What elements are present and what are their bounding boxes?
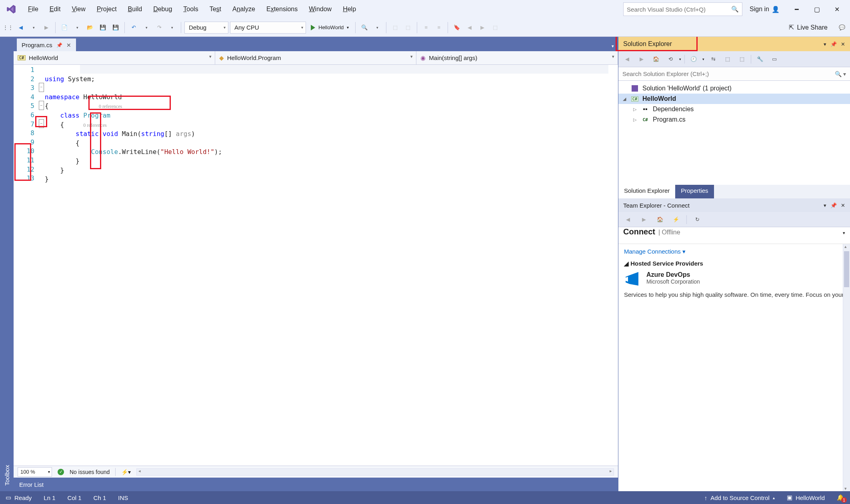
find-drop[interactable]: ▾ (372, 22, 383, 33)
tree-solution-node[interactable]: Solution 'HelloWorld' (1 project) (618, 83, 850, 94)
se-forward-button[interactable]: ▶ (636, 54, 647, 65)
se-properties-button[interactable]: 🔧 (754, 54, 766, 65)
te-plug-icon[interactable]: ⚡ (670, 214, 682, 225)
nav-member-combo[interactable]: ◉ Main(string[] args) (416, 51, 618, 64)
nav-back-button[interactable]: ◀ (15, 22, 26, 33)
menu-debug[interactable]: Debug (148, 3, 178, 15)
te-home-button[interactable]: 🏠 (654, 214, 666, 225)
se-home-button[interactable]: 🏠 (650, 54, 662, 65)
codelens-class[interactable]: 0 references (99, 104, 122, 109)
live-share-button[interactable]: ⇱ Live Share (789, 24, 828, 31)
drag-handle-icon[interactable]: ⋮⋮ (2, 22, 14, 33)
undo-drop[interactable]: ▾ (141, 22, 152, 33)
clear-bookmarks-button[interactable]: ⬚ (490, 22, 501, 33)
se-back-button[interactable]: ◀ (622, 54, 633, 65)
te-back-button[interactable]: ◀ (622, 214, 634, 225)
start-debug-button[interactable]: HelloWorld ▾ (308, 22, 352, 34)
menu-view[interactable]: View (66, 3, 91, 15)
tab-properties[interactable]: Properties (675, 185, 714, 198)
te-refresh-button[interactable]: ↻ (692, 214, 703, 225)
fold-toggle-namespace[interactable]: − (39, 83, 44, 92)
fold-toggle-method[interactable]: − (39, 119, 44, 128)
expander-icon[interactable]: ▷ (632, 117, 638, 122)
close-panel-icon[interactable]: ✕ (841, 202, 845, 208)
find-button[interactable]: 🔍 (359, 22, 370, 33)
code-text[interactable]: using System; namespace HelloWorld { 0 r… (45, 65, 618, 466)
menu-extensions[interactable]: Extensions (261, 3, 303, 15)
status-line[interactable]: Ln 1 (44, 494, 55, 501)
solution-explorer-search[interactable]: Search Solution Explorer (Ctrl+;) 🔍 ▾ (618, 67, 850, 81)
status-ch[interactable]: Ch 1 (94, 494, 106, 501)
close-panel-icon[interactable]: ✕ (841, 41, 845, 47)
prev-bookmark-button[interactable]: ◀ (464, 22, 475, 33)
open-button[interactable]: 📂 (84, 22, 96, 33)
feedback-button[interactable]: 💬 (836, 22, 848, 33)
horizontal-scrollbar[interactable] (136, 468, 614, 476)
save-all-button[interactable]: 💾 (110, 22, 121, 33)
menu-test[interactable]: Test (204, 3, 227, 15)
tree-dependencies-node[interactable]: ▷ ▪▪ Dependencies (618, 104, 850, 114)
quick-launch-search[interactable]: Search Visual Studio (Ctrl+Q) 🔍 (623, 2, 742, 16)
expander-icon[interactable]: ◢ (622, 96, 627, 102)
se-sync-button[interactable]: ⟲ (665, 54, 676, 65)
menu-build[interactable]: Build (122, 3, 148, 15)
document-tab-program[interactable]: Program.cs 📌 ✕ (17, 38, 76, 51)
redo-drop[interactable]: ▾ (166, 22, 178, 33)
new-project-button[interactable]: 📄 (59, 22, 70, 33)
new-drop[interactable]: ▾ (72, 22, 83, 33)
undo-button[interactable]: ↶ (128, 22, 139, 33)
maximize-button[interactable]: ▢ (807, 1, 827, 17)
codelens-method[interactable]: 0 references (83, 122, 106, 128)
nav-forward-button[interactable]: ▶ (41, 22, 52, 33)
pin-icon[interactable]: 📌 (830, 41, 837, 47)
menu-window[interactable]: Window (303, 3, 337, 15)
status-ins[interactable]: INS (118, 494, 128, 501)
toolbox-tab[interactable]: Toolbox (0, 37, 14, 491)
se-collapse-button[interactable]: ⇆ (708, 54, 719, 65)
manage-connections-link[interactable]: Manage Connections ▾ (624, 248, 686, 255)
se-copy-button[interactable]: ⬚ (736, 54, 748, 65)
expander-icon[interactable]: ▷ (632, 107, 638, 112)
connect-dropdown-icon[interactable]: ▾ (843, 230, 845, 236)
panel-menu-icon[interactable]: ▾ (824, 202, 826, 208)
pin-icon[interactable]: 📌 (56, 42, 62, 48)
nav-type-combo[interactable]: ◆ HelloWorld.Program (215, 51, 417, 64)
comment-button[interactable]: ⬚ (390, 22, 401, 33)
outdent-button[interactable]: ≡ (433, 22, 444, 33)
sign-in-link[interactable]: Sign in 👤 (750, 6, 780, 13)
save-button[interactable]: 💾 (97, 22, 108, 33)
menu-file[interactable]: File (22, 3, 44, 15)
fold-toggle-class[interactable]: − (39, 101, 44, 110)
code-editor[interactable]: 12 34 56 78 910 1112 13 − − − using Syst… (14, 65, 618, 466)
status-project[interactable]: ▣ HelloWorld (787, 494, 825, 501)
azure-devops-provider[interactable]: Azure DevOps Microsoft Corporation (624, 271, 844, 287)
nav-back-drop[interactable]: ▾ (28, 22, 39, 33)
next-bookmark-button[interactable]: ▶ (477, 22, 488, 33)
panel-menu-icon[interactable]: ▾ (824, 41, 826, 47)
status-col[interactable]: Col 1 (68, 494, 82, 501)
add-source-control-button[interactable]: ↑ Add to Source Control ▴ (704, 494, 775, 501)
se-preview-button[interactable]: ▭ (769, 54, 780, 65)
tab-solution-explorer[interactable]: Solution Explorer (618, 185, 675, 198)
notifications-button[interactable]: 🔔 1 (837, 494, 844, 501)
tab-overflow-button[interactable]: ▾ (608, 41, 618, 51)
minimize-button[interactable]: ━ (787, 1, 807, 17)
se-refresh-button[interactable]: 🕘 (688, 54, 699, 65)
zoom-combo[interactable]: 100 % (18, 467, 52, 477)
platform-combo[interactable]: Any CPU (230, 22, 306, 34)
hosted-providers-header[interactable]: ◢ Hosted Service Providers (624, 260, 844, 267)
tree-project-node[interactable]: ◢ C# HelloWorld (618, 94, 850, 104)
vertical-scrollbar[interactable] (843, 244, 850, 491)
menu-analyze[interactable]: Analyze (227, 3, 261, 15)
pin-icon[interactable]: 📌 (830, 202, 837, 208)
se-showall-button[interactable]: ⬚ (722, 54, 733, 65)
redo-button[interactable]: ↷ (154, 22, 165, 33)
bookmark-button[interactable]: 🔖 (451, 22, 462, 33)
menu-edit[interactable]: Edit (44, 3, 66, 15)
menu-help[interactable]: Help (337, 3, 362, 15)
error-list-tab[interactable]: Error List (14, 478, 618, 491)
tree-program-node[interactable]: ▷ C# Program.cs (618, 114, 850, 125)
indent-button[interactable]: ≡ (420, 22, 432, 33)
config-combo[interactable]: Debug (184, 22, 228, 34)
menu-tools[interactable]: Tools (178, 3, 204, 15)
